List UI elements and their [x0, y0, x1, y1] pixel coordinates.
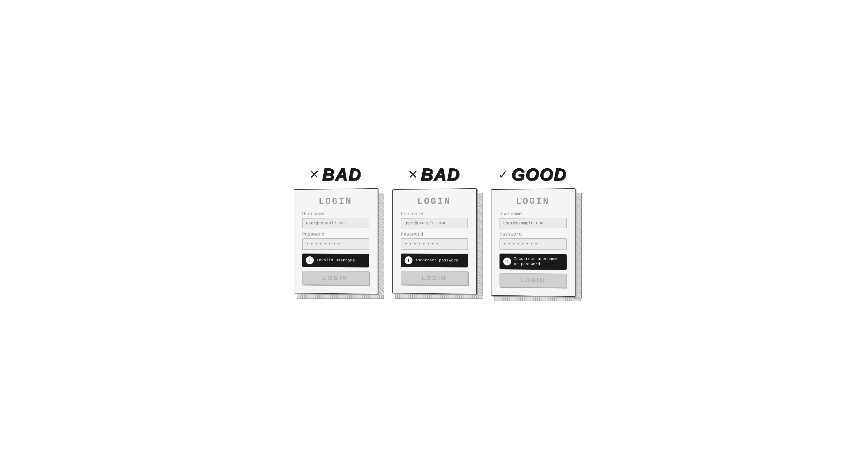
card-bad2-face: LOGIN Username Password ! Incorrect pass…	[392, 188, 477, 295]
bad2-error-message: Incorrect password	[415, 258, 458, 263]
good-login-title: LOGIN	[499, 196, 567, 207]
card-bad2-wrapper: LOGIN Username Password ! Incorrect pass…	[392, 189, 476, 294]
good-check-icon: ✓	[498, 167, 508, 182]
bad1-login-button[interactable]: LOGIN	[302, 271, 369, 286]
card-bad1-face: LOGIN Username Password ! Invalid userna…	[293, 188, 378, 295]
bad1-header-text: BAD	[322, 165, 362, 184]
main-container: ✕ BAD LOGIN Username Password ! Invalid …	[293, 165, 575, 296]
bad1-username-input[interactable]	[302, 218, 369, 228]
card-good-wrapper: LOGIN Username Password ! Incorrect user…	[491, 189, 575, 296]
good-username-label: Username	[499, 211, 567, 217]
good-error-banner: ! Incorrect username or password	[499, 254, 567, 270]
good-password-input[interactable]	[499, 238, 567, 250]
bad2-error-banner: ! Incorrect password	[401, 253, 468, 267]
header-bad1: ✕ BAD	[309, 165, 362, 184]
panel-bad1: ✕ BAD LOGIN Username Password ! Invalid …	[293, 165, 378, 294]
bad2-password-input[interactable]	[401, 238, 468, 250]
card-bad1-wrapper: LOGIN Username Password ! Invalid userna…	[293, 189, 378, 294]
bad2-password-label: Password	[401, 232, 468, 237]
bad2-username-label: Username	[401, 211, 468, 217]
panel-good: ✓ GOOD LOGIN Username Password ! Incorre…	[491, 165, 575, 296]
good-login-button[interactable]: LOGIN	[499, 273, 567, 288]
bad1-x-icon: ✕	[309, 167, 319, 182]
good-error-message: Incorrect username or password	[514, 257, 563, 267]
bad2-x-icon: ✕	[408, 167, 418, 182]
card-good-face: LOGIN Username Password ! Incorrect user…	[491, 188, 576, 297]
bad2-header-text: BAD	[421, 165, 460, 184]
bad1-login-title: LOGIN	[302, 196, 369, 207]
bad1-error-banner: ! Invalid username	[302, 253, 369, 267]
bad1-username-label: Username	[302, 211, 369, 217]
good-error-icon: !	[503, 258, 511, 266]
bad2-username-input[interactable]	[401, 218, 468, 228]
panel-bad2: ✕ BAD LOGIN Username Password ! Incorrec…	[392, 165, 476, 294]
bad1-password-input[interactable]	[302, 238, 369, 250]
header-bad2: ✕ BAD	[408, 165, 460, 184]
bad2-login-title: LOGIN	[401, 196, 468, 207]
bad2-login-button[interactable]: LOGIN	[401, 271, 468, 286]
good-header-text: GOOD	[512, 165, 567, 184]
header-good: ✓ GOOD	[498, 165, 567, 184]
good-password-label: Password	[499, 232, 567, 237]
good-username-input[interactable]	[499, 218, 567, 228]
bad1-password-label: Password	[302, 232, 369, 237]
bad1-error-message: Invalid username	[316, 258, 355, 263]
bad2-error-icon: !	[405, 256, 412, 264]
bad1-error-icon: !	[306, 256, 314, 264]
